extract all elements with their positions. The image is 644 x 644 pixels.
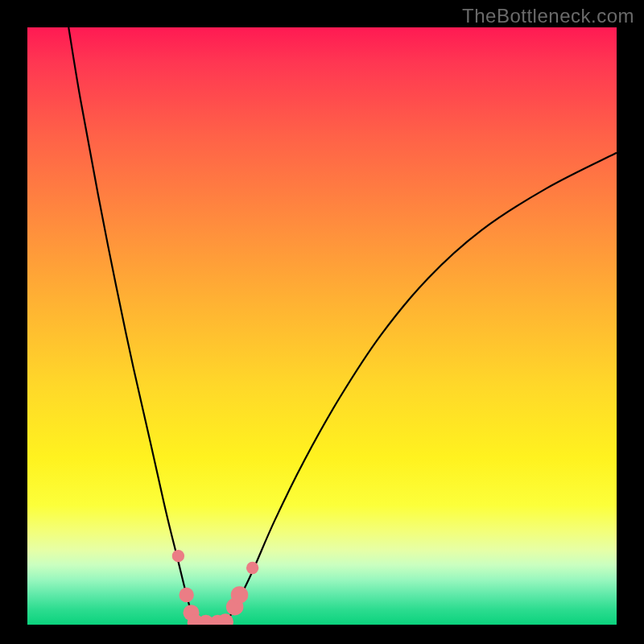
chart-container: TheBottleneck.com [0, 0, 644, 644]
curve-left-branch [68, 27, 196, 625]
highlight-marker [179, 588, 193, 602]
bottleneck-curve [27, 27, 617, 625]
highlight-marker [231, 586, 249, 604]
watermark-text: TheBottleneck.com [462, 5, 634, 27]
curve-right-branch [225, 153, 617, 625]
highlight-marker [246, 562, 258, 574]
plot-area [27, 27, 617, 625]
highlight-marker [172, 550, 184, 562]
